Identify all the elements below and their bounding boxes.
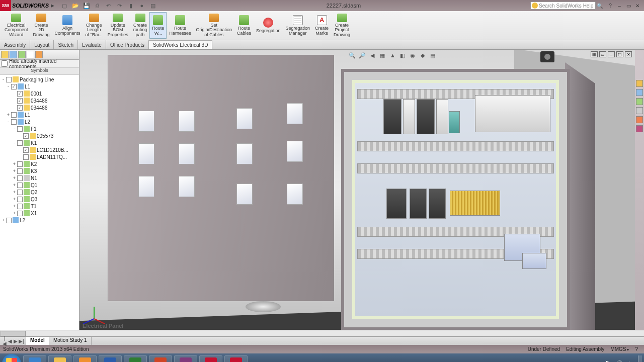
qat-save-icon[interactable]: 💾 — [83, 2, 91, 10]
zoom-area-icon[interactable]: 🔎 — [358, 51, 366, 59]
tree-item[interactable]: +L1 — [0, 111, 79, 118]
ribbon-route-button[interactable]: RouteCables — [234, 12, 254, 39]
viewport-close-icon[interactable]: ✕ — [625, 51, 632, 57]
expand-icon[interactable]: + — [12, 197, 17, 202]
status-units[interactable]: MMGS▾ — [610, 346, 629, 352]
tree-item[interactable]: ✓034486 — [0, 104, 79, 111]
tree-checkbox[interactable]: ✓ — [17, 98, 23, 104]
tree-checkbox[interactable] — [17, 175, 23, 181]
display-style-icon[interactable]: ◧ — [398, 51, 407, 59]
tree-checkbox[interactable] — [11, 112, 17, 118]
tree-checkbox[interactable]: ✓ — [11, 84, 17, 89]
status-help-icon[interactable]: ? — [635, 346, 638, 352]
tree-item[interactable]: +T1 — [0, 203, 79, 210]
tree-checkbox[interactable] — [17, 168, 23, 174]
zoom-fit-icon[interactable]: 🔍 — [348, 51, 356, 59]
taskpane-custom-props-icon[interactable] — [636, 125, 643, 132]
ribbon-segregation-button[interactable]: SegregationManager — [283, 12, 313, 39]
ribbon-change-button[interactable]: ChangeLengthof "Rai... — [83, 12, 105, 39]
tree-item[interactable]: -K1 — [0, 139, 79, 146]
tree-item[interactable]: -F1 — [0, 125, 79, 132]
tree-checkbox[interactable] — [17, 190, 23, 195]
ribbon-segregation-button[interactable]: Segregation — [254, 12, 283, 39]
tree-item[interactable]: +K3 — [0, 167, 79, 174]
section-view-icon[interactable]: ▦ — [378, 51, 386, 59]
start-button[interactable] — [2, 354, 21, 362]
taskbar-powerpoint-button[interactable] — [149, 355, 172, 362]
taskbar-solidworks-1-button[interactable] — [199, 355, 222, 362]
tree-item[interactable]: -✓L1 — [0, 83, 79, 90]
qat-redo-icon[interactable]: ↷ — [116, 2, 124, 10]
hide-inserted-input[interactable] — [1, 60, 8, 67]
taskpane-design-library-icon[interactable] — [636, 89, 643, 96]
tab-evaluate[interactable]: Evaluate — [78, 40, 106, 49]
tree-checkbox[interactable] — [17, 161, 23, 167]
tree-item[interactable]: ✓005573 — [0, 132, 79, 139]
tree-item[interactable]: +Q1 — [0, 182, 79, 189]
tab-office-products[interactable]: Office Products — [106, 40, 149, 49]
tree-item[interactable]: +Q2 — [0, 189, 79, 196]
viewport-cascade-icon[interactable]: ▭ — [599, 51, 606, 57]
collapse-icon[interactable]: - — [1, 77, 6, 82]
app-menu-dropdown[interactable]: ▶ — [51, 3, 54, 8]
close-icon[interactable]: ✕ — [634, 2, 641, 9]
search-input[interactable]: Search SolidWorks Help — [530, 2, 596, 10]
tree-item[interactable]: -Packaging Line — [0, 76, 79, 83]
tree-checkbox[interactable] — [6, 218, 12, 223]
qat-rebuild-icon[interactable]: ● — [138, 2, 146, 10]
tree-item[interactable]: -L2 — [0, 118, 79, 125]
scene-icon[interactable]: ▤ — [429, 51, 437, 59]
tree-checkbox[interactable] — [11, 119, 17, 125]
tree-checkbox[interactable] — [17, 204, 23, 209]
tab-assembly[interactable]: Assembly — [0, 40, 30, 49]
taskbar-outlook-button[interactable] — [73, 355, 97, 362]
tree-checkbox[interactable] — [17, 211, 23, 216]
orientation-triad[interactable] — [88, 302, 107, 321]
show-desktop-button[interactable] — [638, 355, 642, 362]
tree-checkbox[interactable]: ✓ — [17, 105, 23, 111]
viewport-min-icon[interactable]: – — [608, 51, 615, 57]
tab-nav-prev-icon[interactable]: ◀ — [8, 338, 13, 344]
tab-nav-next-icon[interactable]: ▶ — [13, 338, 18, 344]
tree-checkbox[interactable]: ✓ — [17, 91, 23, 97]
tree-checkbox[interactable]: ✓ — [23, 133, 29, 139]
taskbar-word-button[interactable] — [99, 355, 122, 362]
minimize-icon[interactable]: – — [616, 2, 623, 9]
tree-item[interactable]: LADN11TQ... — [0, 153, 79, 160]
tree-checkbox[interactable] — [17, 197, 23, 202]
taskpane-resources-icon[interactable] — [636, 80, 643, 87]
tree-item[interactable]: ✓034486 — [0, 97, 79, 104]
taskbar-solidworks-2-button[interactable] — [224, 355, 248, 362]
tree-checkbox[interactable] — [23, 154, 29, 160]
search-go-icon[interactable]: 🔍 — [596, 3, 604, 9]
bottom-tab-motion-study-1[interactable]: Motion Study 1 — [49, 337, 92, 345]
ribbon-set-button[interactable]: SetOrigin/Destinationof Cables — [193, 12, 234, 39]
tree-checkbox[interactable] — [6, 77, 12, 82]
taskpane-view-palette-icon[interactable] — [636, 107, 643, 114]
taskbar-excel-button[interactable] — [124, 355, 147, 362]
tab-nav-first-icon[interactable]: |◀ — [2, 335, 7, 346]
collapse-icon[interactable]: - — [6, 119, 11, 124]
bottom-tab-model[interactable]: Model — [26, 337, 49, 345]
horizontal-scrollbar[interactable] — [0, 330, 644, 336]
graphics-viewport[interactable]: 🔍 🔎 ◀ ▦ ▲ ◧ ◉ ◆ ▤ ▦ ▭ – ▢ ✕ — [79, 50, 635, 330]
hide-show-icon[interactable]: ◉ — [409, 51, 417, 59]
expand-icon[interactable]: + — [12, 168, 17, 173]
view-orient-icon[interactable]: ▲ — [388, 51, 396, 59]
panel-tab-display[interactable] — [27, 51, 34, 58]
panel-tab-feature-tree[interactable] — [1, 51, 9, 58]
viewport-tile-icon[interactable]: ▦ — [591, 51, 598, 57]
tree-checkbox[interactable] — [17, 126, 23, 132]
hide-inserted-checkbox[interactable]: Hide already inserted components — [0, 60, 79, 68]
tree-checkbox[interactable] — [17, 140, 23, 146]
taskbar-internet-explorer-button[interactable] — [23, 355, 46, 362]
taskbar-onenote-button[interactable] — [174, 355, 197, 362]
ribbon-create-button[interactable]: Createroutingpath — [131, 12, 150, 39]
ribbon-align-button[interactable]: AlignComponents — [52, 12, 83, 39]
ribbon-create-button[interactable]: CreateProjectDrawing — [331, 12, 353, 39]
expand-icon[interactable]: + — [12, 204, 17, 209]
tab-solidworks-electrical-3d[interactable]: SolidWorks Electrical 3D — [149, 40, 212, 49]
tab-layout[interactable]: Layout — [30, 40, 54, 49]
panel-tab-config[interactable] — [18, 51, 26, 58]
tray-network-icon[interactable]: ▲ — [627, 360, 634, 362]
